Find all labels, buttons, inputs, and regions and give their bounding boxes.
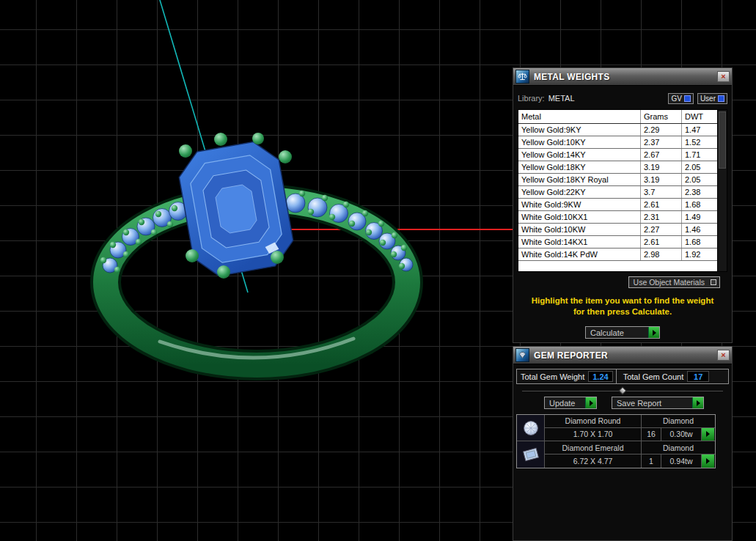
instruction-text: Highlight the item you want to find the …	[516, 295, 729, 317]
checkbox-icon	[711, 279, 716, 285]
application-window: METAL WEIGHTS × Library: METAL GV User M…	[0, 0, 756, 541]
gem-material: Diamond	[641, 441, 715, 454]
gv-label: GV	[671, 95, 681, 103]
user-label: User	[700, 95, 716, 103]
close-icon[interactable]: ×	[717, 71, 730, 82]
gem-size: 1.70 X 1.70	[545, 428, 641, 441]
table-row[interactable]: Yellow Gold:10KY 2.37 1.52	[518, 136, 717, 149]
gem-totals-bar: Total Gem Weight 1.24 Total Gem Count 17	[516, 369, 729, 384]
gem-name: Diamond Round	[545, 415, 641, 428]
total-gem-count-label: Total Gem Count	[620, 372, 688, 381]
calculate-button[interactable]: Calculate	[585, 326, 660, 339]
user-toggle-button[interactable]: User	[697, 93, 727, 104]
col-header-metal: Metal	[518, 110, 641, 123]
gem-report-slider[interactable]	[522, 388, 723, 395]
gem-reporter-panel: GEM REPORTER × Total Gem Weight 1.24 Tot…	[513, 346, 733, 541]
gem-material: Diamond	[641, 415, 715, 428]
gem-list-item[interactable]: Diamond Emerald Diamond 6.72 X 4.77 1 0.…	[517, 441, 715, 468]
close-icon[interactable]: ×	[717, 350, 730, 361]
gem-count: 16	[641, 428, 661, 441]
use-object-materials-button[interactable]: Use Object Materials	[628, 276, 720, 288]
metal-weights-table: Metal Grams DWT Yellow Gold:9KY 2.29 1.4…	[518, 109, 727, 272]
scrollbar-thumb[interactable]	[719, 111, 726, 169]
save-report-label: Save Report	[612, 397, 692, 408]
gem-list-item[interactable]: Diamond Round Diamond 1.70 X 1.70 16 0.3…	[517, 415, 715, 441]
gem-list: Diamond Round Diamond 1.70 X 1.70 16 0.3…	[516, 414, 716, 468]
table-row[interactable]: Yellow Gold:9KY 2.29 1.47	[518, 124, 717, 136]
gv-indicator-icon	[684, 95, 691, 102]
gem-total-weight: 0.94tw	[661, 454, 701, 468]
gv-toggle-button[interactable]: GV	[668, 93, 693, 104]
panel-title: METAL WEIGHTS	[534, 72, 713, 82]
gem-name: Diamond Emerald	[545, 441, 641, 454]
table-row[interactable]: White Gold:14K PdW 2.98 1.92	[518, 249, 717, 261]
gem-size: 6.72 X 4.77	[545, 454, 641, 468]
update-label: Update	[545, 397, 585, 408]
round-gem-icon	[517, 415, 545, 441]
gem-go-arrow-icon[interactable]	[701, 428, 714, 441]
gem-count: 1	[641, 454, 661, 468]
table-row[interactable]: White Gold:14KX1 2.61 1.68	[518, 236, 717, 249]
gem-go-arrow-icon[interactable]	[701, 454, 714, 468]
library-label: Library:	[518, 94, 545, 103]
table-row[interactable]: Yellow Gold:14KY 2.67 1.71	[518, 149, 717, 161]
go-arrow-icon	[585, 397, 596, 408]
gem-reporter-titlebar[interactable]: GEM REPORTER ×	[513, 347, 732, 364]
total-gem-weight-value: 1.24	[588, 371, 612, 382]
scale-icon	[515, 70, 529, 84]
gem-icon	[515, 348, 529, 362]
gem-total-weight: 0.30tw	[661, 428, 701, 441]
table-row[interactable]: Yellow Gold:18KY Royal 3.19 2.05	[518, 174, 717, 186]
save-report-button[interactable]: Save Report	[612, 397, 704, 409]
metal-weights-panel: METAL WEIGHTS × Library: METAL GV User M…	[513, 67, 733, 343]
col-header-grams: Grams	[641, 110, 682, 123]
update-button[interactable]: Update	[544, 397, 597, 409]
emerald-gem-icon	[517, 441, 545, 468]
table-row[interactable]: Yellow Gold:22KY 3.7 2.38	[518, 186, 717, 199]
table-header-row: Metal Grams DWT	[518, 110, 717, 124]
go-arrow-icon	[692, 397, 703, 408]
library-value: METAL	[548, 94, 575, 103]
table-row[interactable]: White Gold:9KW 2.61 1.68	[518, 199, 717, 211]
col-header-dwt: DWT	[682, 110, 717, 123]
table-row[interactable]: Yellow Gold:18KY 3.19 2.05	[518, 161, 717, 174]
table-row[interactable]: White Gold:10KX1 2.31 1.49	[518, 211, 717, 224]
table-row[interactable]: White Gold:10KW 2.27 1.46	[518, 224, 717, 236]
metal-weights-titlebar[interactable]: METAL WEIGHTS ×	[513, 68, 732, 86]
total-gem-count-value: 17	[687, 371, 709, 382]
user-indicator-icon	[718, 95, 724, 102]
use-object-materials-label: Use Object Materials	[634, 278, 705, 287]
go-arrow-icon	[648, 327, 659, 338]
calculate-label: Calculate	[586, 327, 648, 338]
panel-title: GEM REPORTER	[534, 350, 713, 361]
table-scrollbar[interactable]	[717, 110, 727, 271]
total-gem-weight-label: Total Gem Weight	[517, 372, 588, 381]
slider-handle[interactable]	[618, 386, 626, 394]
